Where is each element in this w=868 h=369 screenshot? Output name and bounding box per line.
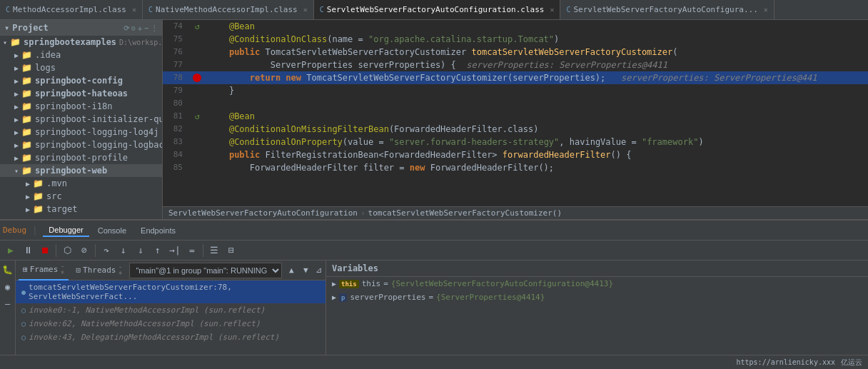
sidebar-item-target[interactable]: ▶ 📁 target [0,203,162,216]
layout-button[interactable]: ⊟ [223,243,239,258]
item-label-target: target [46,204,77,214]
line-num-84: 84 [163,148,188,161]
evaluate-button[interactable]: = [184,243,200,258]
plus-icon[interactable]: + [138,24,142,32]
sidebar-item-logback[interactable]: ▶ 📁 springboot-logging-logbac... [0,138,162,151]
stop-button[interactable]: ⏹ [37,243,53,258]
frame-text-1: invoke0:-1, NativeMethodAccessorImpl (su… [29,305,265,315]
settings-icon[interactable]: ⋮ [151,24,158,32]
frame-item-0[interactable]: ● tomcatServletWebServerFactoryCustomize… [16,280,326,303]
threads-pin[interactable]: -* [118,263,122,278]
tab-icon-4: C [566,6,570,14]
debug-tabs-bar: Debug | Debugger Console Endpoints [0,221,868,241]
tab-servletwebserver[interactable]: C ServletWebServerFactoryAutoConfigurati… [314,0,561,19]
arrow-initializer: ▶ [14,116,19,123]
side-btn-1[interactable]: ◉ [1,280,14,293]
sync-icon[interactable]: ⟳ [123,24,129,32]
tab-close-2[interactable]: ✕ [303,6,308,14]
view-breakpoints-button[interactable]: ⬡ [59,243,75,258]
code-line-78: 78 return new TomcatServletWebServerFact… [163,71,868,84]
resume-button[interactable]: ▶ [3,243,19,258]
arrow-hateoas: ▶ [14,90,19,98]
step-into-button[interactable]: ↓ [116,243,131,258]
frame-icon-3: ○ [21,333,26,341]
item-label-idea: .idea [35,50,61,60]
tab-servletwebserver2[interactable]: C ServletWebServerFactoryAutoConfigura..… [560,0,774,19]
side-btn-2[interactable]: — [1,298,14,310]
tab-threads[interactable]: ⊡ Threads -* [71,261,126,280]
code-line-84: 84 public FilterRegistrationBean<Forward… [163,148,868,161]
nav-up[interactable]: ▲ [285,264,298,277]
sidebar-item-web[interactable]: ▾ 📁 springboot-web [0,164,162,177]
tab-nativemethod[interactable]: C NativeMethodAccessorImpl.class ✕ [143,0,314,19]
tab-debugger[interactable]: Debugger [43,224,89,237]
toolbar-sep-1 [56,244,56,257]
sidebar-item-root[interactable]: ▾ 📁 springbootexamples D:\worksp... [0,36,162,49]
tab-console[interactable]: Console [92,225,132,236]
line-num-80: 80 [163,97,188,110]
tab-icon-1: C [6,6,10,14]
sidebar-item-src[interactable]: ▶ 📁 src [0,190,162,203]
nav-down[interactable]: ▼ [299,264,312,277]
frame-item-3[interactable]: ○ invoke:43, DelegatingMethodAccessorImp… [16,330,326,344]
arrow-target: ▶ [26,206,30,213]
folder-icon-logback: 📁 [21,140,32,150]
frame-item-2[interactable]: ○ invoke:62, NativeMethodAccessorImpl (s… [16,317,326,330]
tab-endpoints[interactable]: Endpoints [135,225,181,236]
step-out-button[interactable]: ↑ [150,243,166,258]
project-toolbar: ⟳ ⚙ + − ⋮ [123,24,158,32]
breadcrumb-item-1[interactable]: ServletWebServerFactoryAutoConfiguration [168,208,358,218]
run-to-cursor-button[interactable]: →| [167,243,183,258]
sidebar-item-mvn[interactable]: ▶ 📁 .mvn [0,177,162,190]
debug-icon-button[interactable]: 🐛 [1,263,14,276]
sidebar-item-config[interactable]: ▶ 📁 springboot-config [0,74,162,87]
debug-label[interactable]: Debug [3,226,26,235]
var-item-serverprops[interactable]: ▶ p serverProperties = {ServerProperties… [326,290,868,304]
editor-area: 74 ↺ @Bean 75 @ConditionalOnClass(name =… [163,20,868,219]
tab-icon-2: C [148,6,153,14]
sidebar-item-idea[interactable]: ▶ 📁 .idea [0,49,162,61]
step-over-button[interactable]: ↷ [99,243,114,258]
code-line-77: 77 ServerProperties serverProperties) { … [163,59,868,71]
project-label: Project [12,23,49,33]
tab-close-3[interactable]: ✕ [550,6,554,14]
breadcrumb-item-2[interactable]: tomcatServletWebServerFactoryCustomizer(… [368,208,562,218]
item-label-src: src [46,191,62,201]
frames-pin[interactable]: -* [60,262,64,278]
sidebar-item-log4j[interactable]: ▶ 📁 springboot-logging-log4j [0,126,162,138]
sidebar-item-i18n[interactable]: ▶ 📁 springboot-i18n [0,100,162,113]
line-num-77: 77 [163,59,188,71]
tab-close-1[interactable]: ✕ [132,6,136,14]
tab-methodaccessorimpl[interactable]: C MethodAccessorImpl.class ✕ [0,0,143,19]
sidebar-item-initializer[interactable]: ▶ 📁 springboot-initializer-quick... [0,113,162,126]
minus-icon[interactable]: − [144,24,148,32]
frame-item-1[interactable]: ○ invoke0:-1, NativeMethodAccessorImpl (… [16,303,326,317]
frames-panel: ⊞ Frames -* ⊡ Threads -* "main"@1 in gro… [16,261,326,355]
code-line-76: 76 public TomcatServletWebServerFactoryC… [163,46,868,59]
settings-button[interactable]: ☰ [206,243,222,258]
item-label-config: springboot-config [35,76,123,86]
tab-label-2: NativeMethodAccessorImpl.class [156,5,298,14]
sidebar-item-hateoas[interactable]: ▶ 📁 springboot-hateoas [0,87,162,100]
gear-icon[interactable]: ⚙ [131,24,136,32]
folder-icon-log4j: 📁 [21,127,32,137]
sidebar-item-logs[interactable]: ▶ 📁 logs [0,61,162,74]
mute-breakpoints-button[interactable]: ⊘ [76,243,92,258]
filter-button[interactable]: ⊿ [315,264,323,277]
line-code-84: public FilterRegistrationBean<ForwardedH… [206,148,631,161]
frame-text-2: invoke:62, NativeMethodAccessorImpl (sun… [29,319,261,328]
tab-frames[interactable]: ⊞ Frames -* [19,261,69,280]
folder-icon-hateoas: 📁 [21,89,32,98]
pause-button[interactable]: ⏸ [20,243,36,258]
thread-select[interactable]: "main"@1 in group "main": RUNNING [129,263,282,278]
tab-icon-3: C [320,6,324,14]
sidebar-item-profile[interactable]: ▶ 📁 springboot-profile [0,151,162,164]
debug-side-panel: 🐛 ◉ — [0,261,16,355]
debug-toolbar: ▶ ⏸ ⏹ ⬡ ⊘ ↷ ↓ ⇓ ↑ →| = ☰ ⊟ [0,241,868,261]
var-item-this[interactable]: ▶ this this = {ServletWebServerFactoryAu… [326,277,868,290]
force-step-button[interactable]: ⇓ [133,243,148,258]
arrow-mvn: ▶ [26,180,30,188]
tab-close-4[interactable]: ✕ [764,6,768,14]
main-area: ▾ Project ⟳ ⚙ + − ⋮ ▾ 📁 springbootexampl… [0,20,868,219]
item-label-web: springboot-web [35,166,107,176]
